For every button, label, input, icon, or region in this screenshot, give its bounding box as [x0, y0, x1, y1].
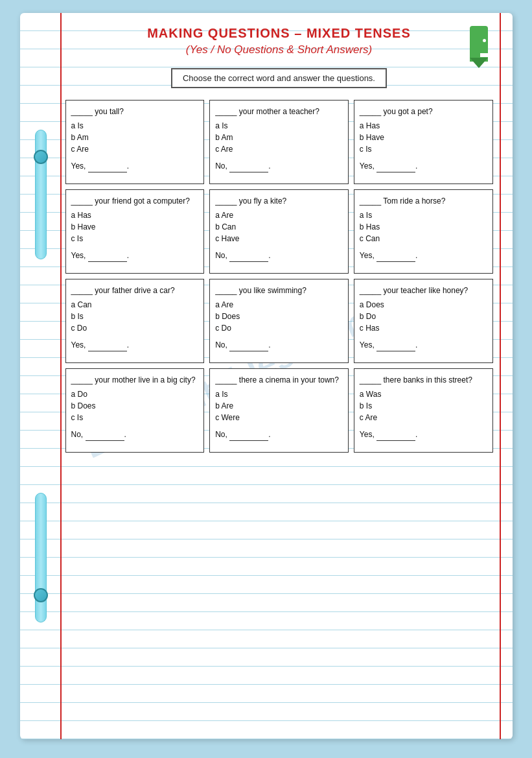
- question-card-3: _____ you got a pet?a Hasb Havec IsYes, …: [354, 100, 493, 184]
- question-card-7: _____ your father drive a car?a Canb Isc…: [65, 279, 205, 363]
- question-card-8: _____ you like swimming?a Areb Doesc DoN…: [209, 279, 349, 363]
- option-9-1: a Does: [360, 299, 487, 311]
- option-7-2: b Is: [71, 311, 199, 322]
- cards-grid: _____ you tall?a Isb Amc AreYes, ._____ …: [65, 100, 493, 453]
- ring-circle-bottom: [34, 588, 48, 602]
- answer-line-12: Yes, .: [360, 429, 487, 441]
- worksheet-page: ESLprintables.com MAKING QUESTIONS – MIX…: [20, 13, 513, 739]
- option-10-2: b Does: [71, 400, 199, 412]
- option-11-2: b Are: [215, 400, 343, 412]
- question-card-2: _____ your mother a teacher?a Isb Amc Ar…: [209, 100, 349, 184]
- option-4-1: a Has: [71, 209, 199, 221]
- question-card-9: _____ your teacher like honey?a Doesb Do…: [354, 279, 493, 363]
- answer-line-1: Yes, .: [71, 160, 199, 172]
- option-9-2: b Do: [360, 311, 487, 322]
- question-card-6: _____ Tom ride a horse?a Isb Hasc CanYes…: [354, 189, 493, 274]
- option-1-3: c Are: [71, 143, 199, 155]
- option-12-2: b Is: [360, 400, 487, 412]
- crayon-eye-left: [483, 39, 486, 42]
- question-text-12: _____ there banks in this street?: [360, 374, 487, 386]
- answer-line-9: Yes, .: [360, 339, 487, 351]
- option-5-1: a Are: [215, 209, 343, 221]
- question-text-9: _____ your teacher like honey?: [360, 285, 487, 296]
- answer-line-5: No, .: [215, 250, 343, 262]
- option-3-3: c Is: [360, 143, 487, 155]
- option-8-2: b Does: [215, 311, 343, 322]
- option-10-3: c Is: [71, 412, 199, 423]
- question-text-5: _____ you fly a kite?: [215, 195, 343, 207]
- question-card-10: _____ your mother live in a big city?a D…: [65, 368, 205, 453]
- answer-line-6: Yes, .: [360, 250, 487, 262]
- option-8-1: a Are: [215, 299, 343, 311]
- option-9-3: c Has: [360, 322, 487, 334]
- option-1-1: a Is: [71, 120, 199, 132]
- left-margin-line: [60, 13, 62, 739]
- crayon-body: [470, 26, 488, 62]
- question-text-4: _____ your friend got a computer?: [71, 195, 199, 207]
- option-3-2: b Have: [360, 132, 487, 143]
- question-card-5: _____ you fly a kite?a Areb Canc HaveNo,…: [209, 189, 349, 274]
- question-text-6: _____ Tom ride a horse?: [360, 195, 487, 207]
- instruction-wrap: Choose the correct word and answer the q…: [65, 63, 493, 96]
- option-4-2: b Have: [71, 221, 199, 233]
- answer-line-8: No, .: [215, 339, 343, 351]
- question-card-11: _____ there a cinema in your town?a Isb …: [209, 368, 349, 453]
- answer-line-10: No, .: [71, 429, 199, 441]
- main-title: MAKING QUESTIONS – MIXED TENSES: [65, 26, 493, 41]
- option-2-2: b Am: [215, 132, 343, 143]
- option-6-3: c Can: [360, 233, 487, 244]
- answer-line-3: Yes, .: [360, 160, 487, 172]
- question-card-12: _____ there banks in this street?a Wasb …: [354, 368, 493, 453]
- question-text-8: _____ you like swimming?: [215, 285, 343, 296]
- option-2-3: c Are: [215, 143, 343, 155]
- mascot-crayon: [459, 19, 498, 65]
- question-text-3: _____ you got a pet?: [360, 106, 487, 117]
- question-text-10: _____ your mother live in a big city?: [71, 374, 199, 386]
- option-2-1: a Is: [215, 120, 343, 132]
- option-1-2: b Am: [71, 132, 199, 143]
- option-11-3: c Were: [215, 412, 343, 423]
- question-card-1: _____ you tall?a Isb Amc AreYes, .: [65, 100, 205, 184]
- option-6-1: a Is: [360, 209, 487, 221]
- option-8-3: c Do: [215, 322, 343, 334]
- question-card-4: _____ your friend got a computer?a Hasb …: [65, 189, 205, 274]
- right-margin-line: [500, 13, 501, 739]
- option-7-1: a Can: [71, 299, 199, 311]
- question-text-2: _____ your mother a teacher?: [215, 106, 343, 117]
- option-10-1: a Do: [71, 388, 199, 400]
- answer-line-4: Yes, .: [71, 250, 199, 262]
- option-4-3: c Is: [71, 233, 199, 244]
- answer-line-11: No, .: [215, 429, 343, 441]
- option-12-3: c Are: [360, 412, 487, 423]
- option-7-3: c Do: [71, 322, 199, 334]
- sub-title: (Yes / No Questions & Short Answers): [65, 43, 493, 56]
- question-text-1: _____ you tall?: [71, 106, 199, 117]
- option-12-1: a Was: [360, 388, 487, 400]
- title-area: MAKING QUESTIONS – MIXED TENSES (Yes / N…: [65, 26, 493, 56]
- crayon-band: [480, 53, 498, 57]
- instruction-box: Choose the correct word and answer the q…: [171, 68, 387, 88]
- crayon-eye-right: [492, 39, 495, 42]
- question-text-7: _____ your father drive a car?: [71, 285, 199, 296]
- ring-circle-top: [34, 150, 48, 164]
- option-6-2: b Has: [360, 221, 487, 233]
- answer-line-2: No, .: [215, 160, 343, 172]
- question-text-11: _____ there a cinema in your town?: [215, 374, 343, 386]
- option-5-3: c Have: [215, 233, 343, 244]
- ring-bar-top: [35, 130, 47, 259]
- option-11-1: a Is: [215, 388, 343, 400]
- answer-line-7: Yes, .: [71, 339, 199, 351]
- option-5-2: b Can: [215, 221, 343, 233]
- ring-bar-bottom: [35, 493, 47, 622]
- binder-rings: [28, 13, 54, 739]
- crayon-tip: [470, 58, 488, 68]
- option-3-1: a Has: [360, 120, 487, 132]
